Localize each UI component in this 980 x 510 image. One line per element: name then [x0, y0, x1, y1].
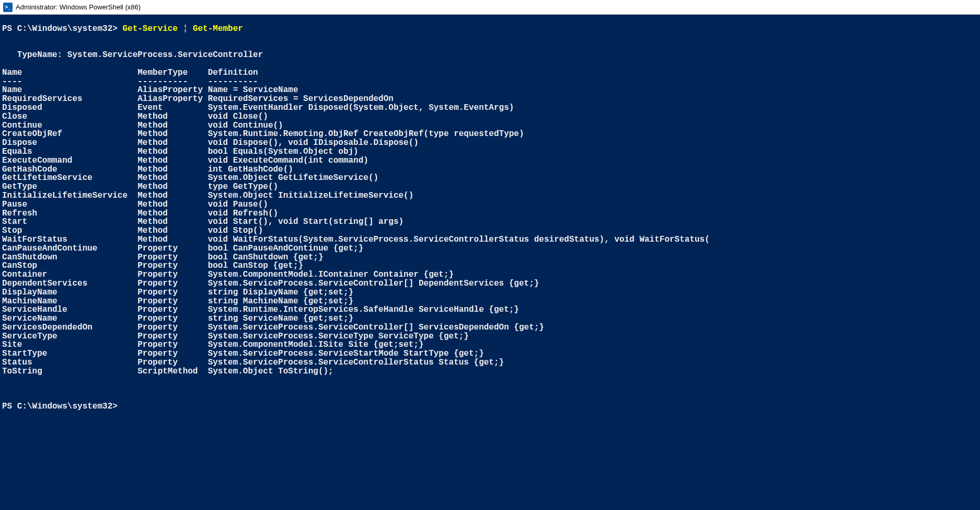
member-definition: type GetType() [208, 183, 978, 191]
member-definition: System.Object InitializeLifetimeService(… [208, 191, 978, 200]
member-type: ScriptMethod [137, 367, 207, 376]
member-type: Property [137, 332, 207, 341]
member-definition: void Dispose(), void IDisposable.Dispose… [208, 139, 978, 148]
member-name: ExecuteCommand [2, 156, 137, 165]
member-definition: void Continue() [208, 121, 978, 130]
member-definition: System.EventHandler Disposed(System.Obje… [208, 104, 978, 112]
member-type: Method [137, 200, 207, 209]
command-get-member: Get-Member [193, 24, 243, 33]
member-row: MachineNamePropertystring MachineName {g… [2, 297, 978, 306]
member-name: CanPauseAndContinue [2, 244, 137, 253]
member-row: StartMethodvoid Start(), void Start(stri… [2, 218, 978, 226]
member-row: ToStringScriptMethodSystem.Object ToStri… [2, 367, 978, 376]
member-name: Status [2, 358, 137, 367]
header-row: NameMemberTypeDefinition [2, 69, 978, 77]
underline-def: ---------- [208, 77, 978, 86]
member-type: Method [137, 174, 207, 183]
member-type: Method [137, 165, 207, 174]
member-row: PauseMethodvoid Pause() [2, 200, 978, 209]
member-row: CanPauseAndContinuePropertybool CanPause… [2, 244, 978, 253]
underline-name: ---- [2, 77, 137, 86]
prompt-prefix: PS C:\Windows\system32> [2, 24, 122, 33]
member-definition: void WaitForStatus(System.ServiceProcess… [208, 235, 978, 244]
member-definition: System.ServiceProcess.ServiceController[… [208, 279, 978, 288]
member-name: Dispose [2, 139, 137, 148]
member-type: Property [137, 244, 207, 253]
member-type: Method [137, 112, 207, 121]
member-type: Method [137, 148, 207, 156]
member-row: WaitForStatusMethodvoid WaitForStatus(Sy… [2, 235, 978, 244]
member-type: Property [137, 358, 207, 367]
member-definition: void Refresh() [208, 209, 978, 218]
member-name: Pause [2, 200, 137, 209]
member-name: ServiceName [2, 314, 137, 323]
prompt-line-1: PS C:\Windows\system32> Get-Service ¦ Ge… [2, 24, 243, 33]
member-row: CloseMethodvoid Close() [2, 112, 978, 121]
member-type: AliasProperty [137, 86, 207, 95]
member-row: ServiceHandlePropertySystem.Runtime.Inte… [2, 305, 978, 314]
terminal-output[interactable]: PS C:\Windows\system32> Get-Service ¦ Ge… [0, 15, 980, 510]
member-type: Property [137, 314, 207, 323]
powershell-window: >_ Administrator: Windows PowerShell (x8… [0, 0, 980, 510]
member-row: EqualsMethodbool Equals(System.Object ob… [2, 148, 978, 156]
member-name: CanShutdown [2, 253, 137, 262]
pipe-operator: ¦ [178, 24, 193, 33]
member-row: InitializeLifetimeServiceMethodSystem.Ob… [2, 191, 978, 200]
member-type: Method [137, 121, 207, 130]
member-definition: System.Runtime.Remoting.ObjRef CreateObj… [208, 130, 978, 139]
member-type: Property [137, 349, 207, 358]
member-definition: void Start(), void Start(string[] args) [208, 218, 978, 226]
member-row: DisposedEventSystem.EventHandler Dispose… [2, 104, 978, 112]
member-row: SitePropertySystem.ComponentModel.ISite … [2, 341, 978, 349]
member-name: CanStop [2, 262, 137, 270]
member-type: Property [137, 279, 207, 288]
member-definition: System.ServiceProcess.ServiceStartMode S… [208, 349, 978, 358]
member-row: ServiceNamePropertystring ServiceName {g… [2, 314, 978, 323]
member-definition: bool CanStop {get;} [208, 262, 978, 270]
member-definition: bool CanShutdown {get;} [208, 253, 978, 262]
member-definition: void Pause() [208, 200, 978, 209]
underline-type: ---------- [137, 77, 207, 86]
member-row: CanShutdownPropertybool CanShutdown {get… [2, 253, 978, 262]
member-definition: void ExecuteCommand(int command) [208, 156, 978, 165]
member-row: DisposeMethodvoid Dispose(), void IDispo… [2, 139, 978, 148]
member-name: Close [2, 112, 137, 121]
member-row: GetTypeMethodtype GetType() [2, 183, 978, 191]
member-definition: RequiredServices = ServicesDependedOn [208, 95, 978, 104]
member-row: GetLifetimeServiceMethodSystem.Object Ge… [2, 174, 978, 183]
member-definition: string MachineName {get;set;} [208, 297, 978, 306]
member-name: Disposed [2, 104, 137, 112]
member-row: ContinueMethodvoid Continue() [2, 121, 978, 130]
members-list: NameAliasPropertyName = ServiceNameRequi… [2, 86, 978, 376]
member-definition: Name = ServiceName [208, 86, 978, 95]
member-row: ServiceTypePropertySystem.ServiceProcess… [2, 332, 978, 341]
member-row: ExecuteCommandMethodvoid ExecuteCommand(… [2, 156, 978, 165]
member-name: RequiredServices [2, 95, 137, 104]
member-definition: int GetHashCode() [208, 165, 978, 174]
member-definition: void Stop() [208, 226, 978, 235]
member-name: StartType [2, 349, 137, 358]
member-name: GetType [2, 183, 137, 191]
member-name: WaitForStatus [2, 235, 137, 244]
member-row: GetHashCodeMethodint GetHashCode() [2, 165, 978, 174]
member-name: CreateObjRef [2, 130, 137, 139]
member-row: CreateObjRefMethodSystem.Runtime.Remotin… [2, 130, 978, 139]
titlebar[interactable]: >_ Administrator: Windows PowerShell (x8… [0, 0, 980, 15]
header-definition: Definition [208, 69, 978, 77]
member-type: Property [137, 262, 207, 270]
member-definition: System.ComponentModel.IContainer Contain… [208, 270, 978, 279]
member-type: Method [137, 130, 207, 139]
member-name: InitializeLifetimeService [2, 191, 137, 200]
member-row: CanStopPropertybool CanStop {get;} [2, 262, 978, 270]
member-row: RequiredServicesAliasPropertyRequiredSer… [2, 95, 978, 104]
powershell-icon: >_ [3, 3, 13, 12]
member-type: Method [137, 226, 207, 235]
member-row: ContainerPropertySystem.ComponentModel.I… [2, 270, 978, 279]
member-row: StopMethodvoid Stop() [2, 226, 978, 235]
member-type: Property [137, 270, 207, 279]
prompt-line-2[interactable]: PS C:\Windows\system32> [2, 402, 118, 411]
member-row: DependentServicesPropertySystem.ServiceP… [2, 279, 978, 288]
member-type: Method [137, 191, 207, 200]
member-definition: void Close() [208, 112, 978, 121]
member-row: StatusPropertySystem.ServiceProcess.Serv… [2, 358, 978, 367]
